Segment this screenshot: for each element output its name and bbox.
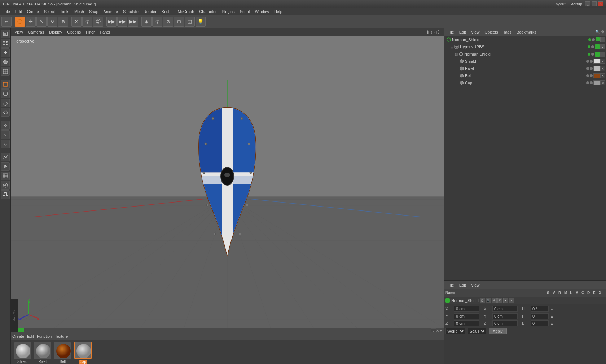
mat-item-shield[interactable]: Shield xyxy=(14,342,31,364)
scale-tool[interactable]: ⤡ xyxy=(36,17,47,27)
view-btn3[interactable]: ⊗ xyxy=(163,17,173,27)
om-render-dot[interactable] xyxy=(591,45,594,48)
om-item-cap[interactable]: Cap ✕ xyxy=(444,79,606,86)
menu-character[interactable]: Character xyxy=(197,9,219,14)
vp-menu-cameras[interactable]: Cameras xyxy=(26,29,47,35)
am-icon-obj[interactable]: ◱ xyxy=(480,298,485,303)
object-btn3[interactable]: Ⓩ xyxy=(93,17,103,27)
om-render-dot[interactable] xyxy=(591,53,594,56)
mat-preview-belt[interactable] xyxy=(54,342,71,359)
am-icon-tag1[interactable]: 🏷 xyxy=(497,298,502,303)
vp-menu-panel[interactable]: Panel xyxy=(98,29,112,35)
lt-move[interactable]: ✛ xyxy=(1,121,10,130)
menu-mograph[interactable]: MoGraph xyxy=(175,9,196,14)
menu-file[interactable]: File xyxy=(1,9,12,14)
viewport-canvas[interactable]: Perspective Y X Z xyxy=(11,36,444,328)
view-btn6[interactable]: 💡 xyxy=(196,17,206,27)
view-btn4[interactable]: ◻ xyxy=(174,17,184,27)
maximize-button[interactable]: □ xyxy=(592,1,597,6)
render-btn[interactable]: ▶▶ xyxy=(117,17,127,27)
om-vis-dot[interactable] xyxy=(586,74,589,77)
am-field-y[interactable] xyxy=(454,313,479,319)
am-field-z[interactable] xyxy=(454,320,479,326)
om-visibility-dot[interactable] xyxy=(588,53,590,56)
apply-button[interactable]: Apply xyxy=(489,328,507,334)
mat-menu-function[interactable]: Function xyxy=(37,334,52,338)
lt-mode-edges[interactable] xyxy=(1,48,10,57)
om-render-dot[interactable] xyxy=(592,38,595,41)
lt-select-circle[interactable] xyxy=(1,99,10,107)
menu-render[interactable]: Render xyxy=(141,9,159,14)
om-item-hypernurbs[interactable]: ⊟ HyperNURBS ✓ xyxy=(444,43,606,50)
world-dropdown[interactable]: World Object xyxy=(445,328,465,334)
menu-select[interactable]: Select xyxy=(42,9,57,14)
am-menu-view[interactable]: View xyxy=(469,282,482,288)
menu-help[interactable]: Help xyxy=(272,9,285,14)
menu-edit[interactable]: Edit xyxy=(13,9,24,14)
render-preview[interactable]: ▶▶ xyxy=(106,17,117,27)
om-ren-dot[interactable] xyxy=(590,67,593,70)
om-visibility-dot[interactable] xyxy=(588,38,591,41)
vp-icon2[interactable]: ↕ xyxy=(430,30,432,35)
am-field-p-arrow[interactable]: ▲ xyxy=(550,314,554,318)
am-field-x[interactable] xyxy=(454,306,479,312)
minimize-button[interactable]: _ xyxy=(585,1,590,6)
om-expand-icon2[interactable]: ⊟ xyxy=(455,52,458,56)
om-item-belt[interactable]: Belt ✕ xyxy=(444,72,606,79)
am-field-z2[interactable] xyxy=(492,320,518,326)
close-button[interactable]: ✕ xyxy=(598,1,603,6)
am-menu-file[interactable]: File xyxy=(445,282,456,288)
lt-paint[interactable] xyxy=(1,181,10,190)
view-btn2[interactable]: ◎ xyxy=(152,17,162,27)
lt-mode-uv[interactable] xyxy=(1,67,10,76)
lt-select-free[interactable] xyxy=(1,108,10,117)
select-tool[interactable] xyxy=(15,17,25,27)
am-field-b[interactable] xyxy=(531,320,549,326)
lt-knife[interactable] xyxy=(1,162,10,171)
om-menu-objects[interactable]: Objects xyxy=(482,29,500,35)
om-vis-dot[interactable] xyxy=(586,81,589,84)
transform-tool[interactable]: ⊕ xyxy=(58,17,68,27)
om-cap-mat[interactable] xyxy=(593,80,600,85)
lt-magnet[interactable] xyxy=(1,190,10,199)
am-icon-tag2[interactable]: ▶ xyxy=(503,298,508,303)
om-shield-mat[interactable] xyxy=(593,59,600,64)
am-selected-object-row[interactable]: Norman_Shield ◱ 📷 ⊕ 🏷 ▶ ✕ xyxy=(444,297,606,304)
om-vis-dot[interactable] xyxy=(586,67,589,70)
om-menu-tags[interactable]: Tags xyxy=(501,29,514,35)
menu-script[interactable]: Script xyxy=(238,9,252,14)
menu-tools[interactable]: Tools xyxy=(58,9,71,14)
om-mat-x4[interactable]: ✕ xyxy=(600,80,605,85)
om-search-icon[interactable]: 🔍 xyxy=(595,30,600,34)
om-menu-file[interactable]: File xyxy=(445,29,456,35)
menu-animate[interactable]: Animate xyxy=(101,9,120,14)
am-menu-edit[interactable]: Edit xyxy=(457,282,468,288)
vp-icon1[interactable]: ⬆ xyxy=(426,30,430,35)
lt-select-rect[interactable] xyxy=(1,89,10,98)
mat-item-rivet[interactable]: Rivet xyxy=(34,342,51,364)
am-field-p[interactable] xyxy=(531,313,549,319)
mat-item-cap[interactable]: Cap xyxy=(74,342,92,364)
mat-item-belt[interactable]: Belt xyxy=(54,342,71,364)
scale-dropdown[interactable]: Scale xyxy=(468,328,486,334)
lt-mode-points[interactable] xyxy=(1,39,10,48)
om-item-rivet[interactable]: Rivet ✕ xyxy=(444,65,606,72)
om-mat-x[interactable]: ✕ xyxy=(600,59,605,64)
om-rivet-mat[interactable] xyxy=(593,66,600,71)
render-settings[interactable]: ▶▶ xyxy=(128,17,138,27)
menu-snap[interactable]: Snap xyxy=(87,9,101,14)
om-visibility-dot[interactable] xyxy=(588,45,590,48)
om-tag-btn[interactable]: ⋯ xyxy=(600,37,605,42)
om-ren-dot[interactable] xyxy=(590,60,593,63)
lt-mode-object[interactable] xyxy=(1,30,10,38)
om-menu-view[interactable]: View xyxy=(469,29,482,35)
om-mat-x2[interactable]: ✕ xyxy=(600,66,605,71)
menu-mesh[interactable]: Mesh xyxy=(72,9,86,14)
mat-preview-cap[interactable] xyxy=(74,342,92,359)
menu-simulate[interactable]: Simulate xyxy=(121,9,141,14)
om-color-tag[interactable] xyxy=(596,37,600,41)
om-item-shield[interactable]: Shield ✕ xyxy=(444,58,606,65)
om-expand-icon[interactable]: ⊟ xyxy=(451,45,453,49)
am-field-b-arrow[interactable]: ▲ xyxy=(550,321,554,325)
om-menu-bookmarks[interactable]: Bookmarks xyxy=(514,29,539,35)
